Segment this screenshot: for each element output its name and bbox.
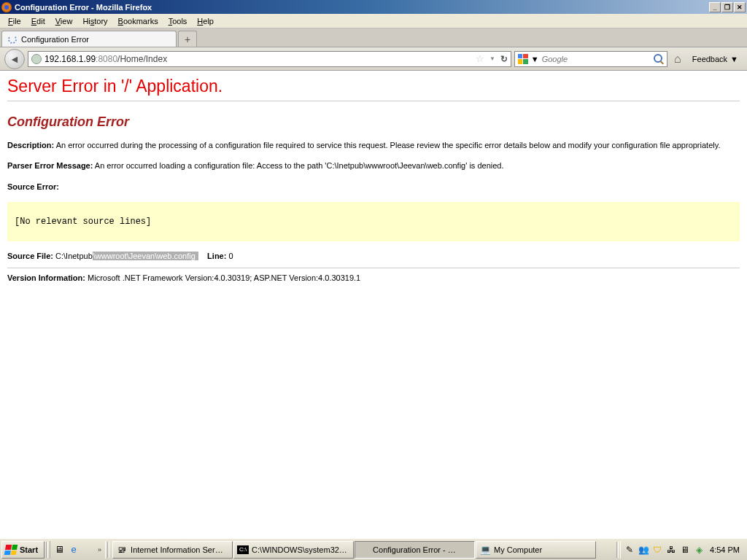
tray-network-icon[interactable]: 🖧 bbox=[665, 544, 677, 556]
tab-active[interactable]: Configuration Error bbox=[1, 31, 177, 47]
url-text[interactable]: 192.168.1.99:8080/Home/Index bbox=[44, 54, 473, 64]
feedback-button[interactable]: Feedback ▼ bbox=[688, 55, 743, 63]
error-description: Description: An error occurred during th… bbox=[7, 140, 740, 150]
system-tray: ✎ 👥 🛡 🖧 🖥 ◈ 4:54 PM bbox=[620, 541, 746, 559]
tray-users-icon[interactable]: 👥 bbox=[638, 544, 649, 556]
menu-file[interactable]: File bbox=[3, 15, 26, 27]
loading-icon bbox=[8, 35, 17, 44]
window-title: Configuration Error - Mozilla Firefox bbox=[15, 3, 708, 12]
taskbtn-mycomputer[interactable]: 💻 My Computer bbox=[476, 541, 596, 559]
parser-error-message: Parser Error Message: An error occurred … bbox=[7, 160, 740, 171]
divider bbox=[7, 268, 740, 268]
menu-bookmarks[interactable]: Bookmarks bbox=[113, 15, 163, 27]
new-tab-button[interactable]: + bbox=[178, 31, 197, 47]
separator bbox=[616, 542, 619, 558]
search-input[interactable] bbox=[542, 55, 651, 63]
mycomputer-icon: 💻 bbox=[479, 544, 491, 556]
ql-chevron-icon[interactable]: » bbox=[96, 546, 103, 553]
cmd-icon: C:\ bbox=[237, 545, 249, 554]
site-identity-icon[interactable] bbox=[31, 54, 42, 64]
window-titlebar: Configuration Error - Mozilla Firefox _ … bbox=[0, 0, 747, 14]
back-button[interactable]: ◄ bbox=[4, 49, 25, 69]
search-engine-dropdown-icon[interactable]: ▼ bbox=[531, 55, 539, 63]
taskbtn-firefox[interactable]: Configuration Error - … bbox=[355, 541, 475, 559]
url-dropdown-icon[interactable]: ▼ bbox=[487, 55, 498, 62]
start-button[interactable]: Start bbox=[1, 541, 44, 559]
iis-icon: 🖳 bbox=[116, 544, 128, 556]
error-h1: Server Error in '/' Application. bbox=[7, 77, 740, 101]
tray-safely-remove-icon[interactable]: ◈ bbox=[693, 544, 705, 556]
quick-launch: 🖥 e » bbox=[50, 541, 106, 559]
reload-button[interactable]: ↻ bbox=[500, 54, 508, 64]
taskbtn-cmd[interactable]: C:\ C:\WINDOWS\system32… bbox=[233, 541, 354, 559]
menu-view[interactable]: View bbox=[50, 15, 78, 27]
url-bar[interactable]: 192.168.1.99:8080/Home/Index ☆ ▼ ↻ bbox=[28, 51, 511, 67]
feedback-dropdown-icon: ▼ bbox=[730, 55, 738, 63]
source-error-box: [No relevant source lines] bbox=[7, 202, 740, 241]
menu-help[interactable]: Help bbox=[192, 15, 219, 27]
taskbtn-iis[interactable]: 🖳 Internet Information Ser… bbox=[112, 541, 233, 559]
page-content: Server Error in '/' Application. Configu… bbox=[0, 71, 747, 538]
nav-toolbar: ◄ 192.168.1.99:8080/Home/Index ☆ ▼ ↻ ▼ ⌂… bbox=[0, 47, 747, 71]
search-go-icon[interactable] bbox=[654, 54, 664, 64]
source-file-line: Source File: C:\Inetpub\wwwroot\Jeevan\w… bbox=[7, 252, 740, 260]
restore-button[interactable]: ❐ bbox=[721, 2, 733, 12]
menu-tools[interactable]: Tools bbox=[163, 15, 193, 27]
source-error-label: Source Error: bbox=[7, 182, 740, 192]
tab-label: Configuration Error bbox=[21, 35, 89, 44]
show-desktop-icon[interactable]: 🖥 bbox=[53, 543, 66, 556]
search-bar[interactable]: ▼ bbox=[514, 51, 667, 67]
tab-strip: Configuration Error + bbox=[0, 28, 747, 47]
separator bbox=[46, 542, 48, 558]
error-h2: Configuration Error bbox=[7, 114, 740, 130]
taskbar: Start 🖥 e » 🖳 Internet Information Ser… … bbox=[0, 538, 747, 560]
tray-volume-icon[interactable]: 🖥 bbox=[679, 544, 691, 556]
home-button[interactable]: ⌂ bbox=[670, 52, 685, 66]
separator bbox=[107, 542, 109, 558]
close-button[interactable]: ✕ bbox=[734, 2, 746, 12]
menu-edit[interactable]: Edit bbox=[26, 15, 50, 27]
firefox-task-icon bbox=[358, 544, 370, 556]
google-icon[interactable] bbox=[518, 54, 528, 64]
highlighted-path: \wwwroot\Jeevan\web.config bbox=[93, 252, 198, 260]
tray-shield-icon[interactable]: 🛡 bbox=[651, 544, 663, 556]
ie-icon[interactable]: e bbox=[67, 543, 80, 556]
window-buttons: _ ❐ ✕ bbox=[708, 2, 746, 12]
tray-pencil-icon[interactable]: ✎ bbox=[624, 544, 635, 556]
bookmark-star-icon[interactable]: ☆ bbox=[476, 53, 484, 64]
firefox-ql-icon[interactable] bbox=[82, 543, 95, 556]
firefox-icon bbox=[1, 2, 12, 12]
taskbar-clock[interactable]: 4:54 PM bbox=[707, 545, 743, 554]
task-buttons: 🖳 Internet Information Ser… C:\ C:\WINDO… bbox=[111, 541, 615, 559]
windows-flag-icon bbox=[4, 545, 18, 555]
version-information: Version Information: Microsoft .NET Fram… bbox=[7, 273, 740, 283]
menu-history[interactable]: History bbox=[77, 15, 112, 27]
menu-bar: File Edit View History Bookmarks Tools H… bbox=[0, 14, 747, 28]
minimize-button[interactable]: _ bbox=[709, 2, 721, 12]
